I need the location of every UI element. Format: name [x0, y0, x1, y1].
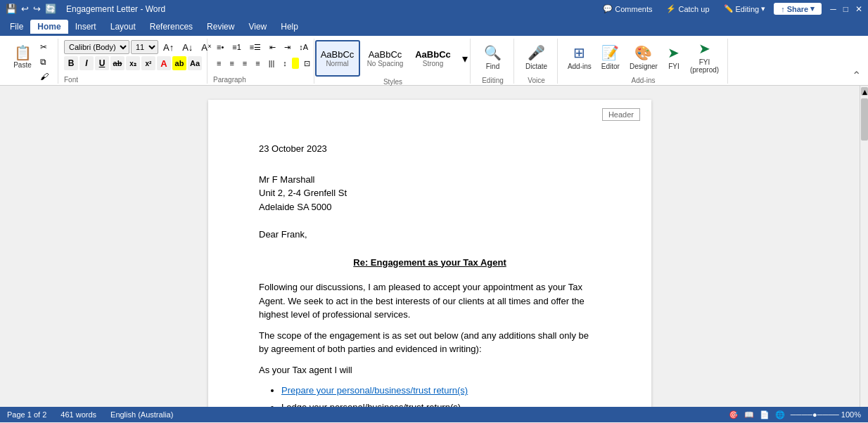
page-info: Page 1 of 2 — [7, 410, 46, 419]
menu-review[interactable]: Review — [200, 20, 241, 34]
read-mode-button[interactable]: 📖 — [744, 410, 754, 419]
italic-button[interactable]: I — [79, 56, 94, 70]
comments-button[interactable]: 💬 Comments — [597, 3, 658, 15]
styles-group: AaBbCc Normal AaBbCc No Spacing AaBbCc S… — [316, 39, 471, 84]
align-right-button[interactable]: ≡ — [239, 56, 250, 70]
multilevel-list-button[interactable]: ≡☰ — [246, 40, 264, 54]
addins-icon: ⊞ — [573, 44, 585, 61]
doc-para2: The scope of the engagement is as set ou… — [259, 329, 601, 356]
change-case-button[interactable]: Aa — [188, 56, 202, 70]
align-left-button[interactable]: ≡ — [213, 56, 224, 70]
justify-button[interactable]: ≡ — [252, 56, 263, 70]
fyi-button[interactable]: ➤ FYI — [664, 39, 684, 75]
redo-icon[interactable]: ↪ — [33, 4, 41, 14]
close-button[interactable]: ✕ — [855, 4, 862, 14]
increase-font-button[interactable]: A↑ — [160, 40, 177, 54]
menu-view[interactable]: View — [241, 20, 274, 34]
bold-button[interactable]: B — [64, 56, 78, 70]
decrease-indent-button[interactable]: ⇤ — [266, 40, 279, 54]
editing-button[interactable]: ✏️ Editing ▾ — [718, 3, 772, 15]
copy-button[interactable]: ⧉ — [37, 55, 52, 69]
ribbon-collapse: ⌃ — [850, 67, 862, 84]
ribbon-collapse-button[interactable]: ⌃ — [850, 67, 862, 84]
ribbon: 📋 Paste ✂ ⧉ 🖌 Clipboard Calibri (Bo — [0, 36, 868, 86]
borders-button[interactable]: ⊡ — [300, 56, 314, 70]
bullet-list-button[interactable]: ≡• — [213, 40, 227, 54]
fyi-icon: ➤ — [668, 44, 679, 61]
paste-icon: 📋 — [14, 46, 32, 60]
designer-button[interactable]: 🎨 Designer — [626, 39, 661, 75]
superscript-button[interactable]: x² — [141, 56, 155, 70]
line-spacing-button[interactable]: ↕ — [279, 56, 291, 70]
menu-insert[interactable]: Insert — [68, 20, 103, 34]
style-normal[interactable]: AaBbCc Normal — [315, 40, 360, 77]
maximize-button[interactable]: □ — [843, 4, 848, 14]
align-center-button[interactable]: ≡ — [226, 56, 237, 70]
style-strong[interactable]: AaBbCc Strong — [411, 40, 456, 77]
menu-file[interactable]: File — [3, 20, 30, 34]
addins-button[interactable]: ⊞ Add-ins — [564, 39, 595, 75]
microphone-icon: 🎤 — [528, 44, 545, 61]
catchup-button[interactable]: ⚡ Catch up — [660, 3, 715, 15]
paste-button[interactable]: 📋 Paste — [10, 39, 35, 75]
styles-label: Styles — [383, 78, 402, 86]
fyi-preprod-icon: ➤ — [698, 40, 710, 57]
format-painter-button[interactable]: 🖌 — [37, 70, 52, 84]
columns-button[interactable]: ||| — [265, 56, 279, 70]
web-layout-button[interactable]: 🌐 — [775, 410, 785, 419]
minimize-button[interactable]: ─ — [830, 4, 836, 14]
addins-group: ⊞ Add-ins 📝 Editor 🎨 Designer ➤ FYI ➤ FY… — [559, 39, 728, 84]
save-icon[interactable]: 💾 — [6, 4, 17, 14]
format-painter-icon: 🖌 — [40, 72, 49, 82]
print-layout-button[interactable]: 📄 — [760, 410, 770, 419]
doc-content: 23 October 2023 Mr F Marshall Unit 2, 2-… — [259, 142, 601, 407]
styles-dropdown-button[interactable]: ▾ — [459, 40, 471, 77]
editing-group: 🔍 Find Editing — [472, 39, 514, 84]
editing-search-button[interactable]: 🔍 Find — [480, 39, 505, 75]
dictate-button[interactable]: 🎤 Dictate — [522, 39, 551, 75]
decrease-font-button[interactable]: A↓ — [179, 40, 196, 54]
share-button[interactable]: ↑ Share ▾ — [774, 3, 822, 15]
zoom-slider[interactable]: ────●──── 100% — [791, 410, 861, 419]
underline-button[interactable]: U — [95, 56, 109, 70]
copy-icon: ⧉ — [40, 57, 46, 67]
font-name-select[interactable]: Calibri (Body) — [64, 40, 129, 54]
font-label: Font — [64, 76, 78, 84]
doc-scroll-area: Header 23 October 2023 Mr F Marshall Uni… — [0, 86, 860, 407]
numbered-list-button[interactable]: ≡1 — [229, 40, 245, 54]
scroll-thumb[interactable] — [861, 98, 868, 141]
vertical-scrollbar[interactable]: ▲ — [860, 86, 868, 407]
chevron-down-icon: ▾ — [761, 4, 765, 13]
sort-button[interactable]: ↕A — [295, 40, 312, 54]
subscript-button[interactable]: x₂ — [126, 56, 140, 70]
strikethrough-button[interactable]: ab — [110, 56, 125, 70]
menu-references[interactable]: References — [143, 20, 200, 34]
cut-icon: ✂ — [40, 42, 47, 52]
voice-group: 🎤 Dictate Voice — [516, 39, 558, 84]
doc-page: Header 23 October 2023 Mr F Marshall Uni… — [208, 100, 651, 407]
fyi-preprod-button[interactable]: ➤ FYI(preprod) — [687, 39, 722, 75]
paragraph-row1: ≡• ≡1 ≡☰ ⇤ ⇥ ↕A ¶ — [213, 40, 309, 54]
menu-home[interactable]: Home — [30, 20, 68, 34]
doc-area[interactable]: Header 23 October 2023 Mr F Marshall Uni… — [0, 86, 860, 407]
doc-address: Mr F Marshall Unit 2, 2-4 Grenfell St Ad… — [259, 173, 601, 214]
editor-button[interactable]: 📝 Editor — [598, 39, 623, 75]
menu-help[interactable]: Help — [274, 20, 305, 34]
shading-button[interactable] — [292, 58, 299, 69]
menu-layout[interactable]: Layout — [103, 20, 143, 34]
highlight-button[interactable]: ab — [172, 56, 186, 70]
focus-mode-button[interactable]: 🎯 — [729, 410, 739, 419]
scroll-up-button[interactable]: ▲ — [861, 87, 868, 96]
font-color-button[interactable]: A — [157, 56, 171, 70]
undo-icon[interactable]: ↩ — [21, 4, 29, 14]
catchup-icon: ⚡ — [666, 4, 676, 13]
editor-icon: 📝 — [601, 44, 619, 61]
doc-subject: Re: Engagement as your Tax Agent — [259, 256, 601, 270]
autosave-icon[interactable]: 🔄 — [45, 4, 56, 14]
main-layout: Header 23 October 2023 Mr F Marshall Uni… — [0, 86, 868, 407]
font-size-select[interactable]: 11 — [131, 40, 158, 54]
increase-indent-button[interactable]: ⇥ — [281, 40, 294, 54]
title-bar: 💾 ↩ ↪ 🔄 Engagement Letter - Word 💬 Comme… — [0, 0, 868, 18]
style-no-spacing[interactable]: AaBbCc No Spacing — [363, 40, 408, 77]
cut-button[interactable]: ✂ — [37, 40, 52, 54]
